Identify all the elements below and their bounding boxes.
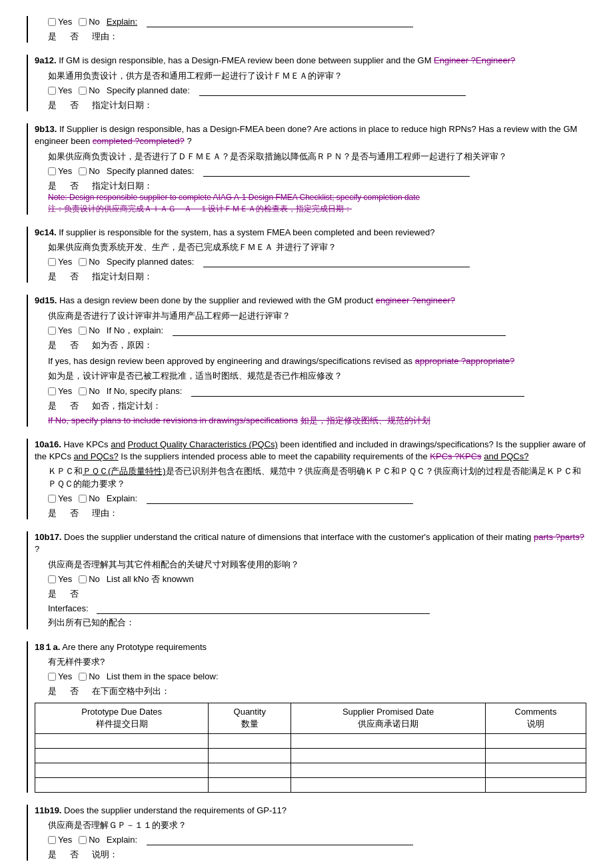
q9c14-yes[interactable]: Yes: [48, 256, 72, 268]
q10a16-explain-field[interactable]: [147, 493, 413, 504]
q10a16-and-pqcs2: and PQCs?: [484, 451, 528, 461]
q10b17-yes[interactable]: Yes: [48, 573, 72, 585]
q9d15-ifno-field[interactable]: [173, 325, 506, 336]
q9b13-specify-label: Specify planned dates:: [107, 165, 195, 177]
q10a16-cn: ＫＰＣ和ＰＱＣ(产品质量特性)是否已识别并包含在图纸、规范中？供应商是否明确ＫＰ…: [48, 465, 586, 489]
q10a16-and1: and: [111, 439, 125, 449]
top-no-checkbox[interactable]: No: [79, 16, 100, 28]
q18a1-question: Are there any Prototype requirements: [62, 642, 207, 652]
q9d15-cn: 供应商是否进行了设计评审并与通用产品工程师一起进行评审？: [48, 310, 586, 322]
prototype-table-header-3-cn: 供应商承诺日期: [358, 719, 418, 729]
q11b19-explain-label: Explain:: [107, 834, 137, 846]
q9b13-yes[interactable]: Yes: [48, 165, 72, 177]
table-row: [35, 777, 586, 792]
q11b19-title: 11b19. Does the supplier understand the …: [35, 805, 586, 817]
q11b19-question: Does the supplier understand the require…: [64, 805, 287, 815]
prototype-table-header-1-cn: 样件提交日期: [96, 719, 148, 729]
q9d15-ifyes-cn: 如为是，设计评审是否已被工程批准，适当时图纸、规范是否已作相应修改？: [48, 370, 586, 382]
q10b17-interfaces-field[interactable]: [97, 603, 430, 614]
q10b17-cn: 供应商是否理解其与其它件相配合的关键尺寸对顾客使用的影响？: [48, 559, 586, 571]
q10b17-list-label: List all kNo 否 knowwn: [107, 573, 194, 585]
top-explain-label: Explain:: [107, 16, 137, 28]
q9c14-no[interactable]: No: [79, 256, 100, 268]
q9b13-cn: 如果供应商负责设计，是否进行了ＤＦＭＥＡ？是否采取措施以降低高ＲＰＮ？是否与通用…: [48, 151, 586, 163]
q10b17-interfaces-row: Interfaces:: [48, 603, 586, 615]
q18a1-list-label: List them in the space below:: [107, 671, 219, 683]
q11b19-explain-field[interactable]: [147, 835, 413, 845]
q9b13-note: Note: Design responsible supplier to com…: [48, 192, 586, 203]
q9b13-no[interactable]: No: [79, 165, 100, 177]
q10b17-interfaces-label: Interfaces:: [48, 603, 89, 615]
q9b13-note-cn: 注：负责设计的供应商完成ＡＩＡＧ Ａ－１设计ＦＭＥＡ的检查表，指定完成日期：: [48, 203, 586, 215]
q9a12-question: If GM is design responsible, has a Desig…: [59, 55, 431, 65]
q9d15-ifno-specify-field[interactable]: [191, 386, 524, 397]
prototype-table-header-4-cn: 说明: [527, 719, 544, 729]
table-row: [35, 748, 586, 763]
q9d15-yes2[interactable]: Yes: [48, 385, 72, 397]
q10b17-no[interactable]: No: [79, 573, 100, 585]
section-9d15: 9d15. Has a design review been done by t…: [27, 295, 586, 427]
top-section: Yes No Explain: 是 否 理由：: [27, 16, 586, 43]
q9a12-no[interactable]: No: [79, 85, 100, 97]
q18a1-no[interactable]: No: [79, 671, 100, 683]
q10a16-title: 10a16. Have KPCs and Product Quality Cha…: [35, 439, 586, 463]
q10a16-q1: Have KPCs: [63, 439, 111, 449]
section-9c14: 9c14. If supplier is responsible for the…: [27, 227, 586, 283]
q9b13-number: 9b13.: [35, 124, 57, 134]
prototype-table-header-1: Prototype Due Dates样件提交日期: [35, 703, 209, 733]
q10b17-title: 10b17. Does the supplier understand the …: [35, 531, 586, 555]
section-11b19: 11b19. Does the supplier understand the …: [27, 805, 586, 861]
q11b19-yes[interactable]: Yes: [48, 834, 72, 846]
section-9a12: 9a12. If GM is design responsible, has a…: [27, 55, 586, 111]
q9d15-no2[interactable]: No: [79, 385, 100, 397]
q11b19-no[interactable]: No: [79, 834, 100, 846]
q9a12-engineer: Engineer ?Engineer?: [434, 55, 515, 65]
prototype-table-header-3: Supplier Promised Date供应商承诺日期: [291, 703, 486, 733]
q9c14-specify-field[interactable]: [203, 257, 470, 267]
q10a16-number: 10a16.: [35, 439, 61, 449]
prototype-table-header-2-cn: 数量: [241, 719, 259, 729]
section-9b13: 9b13. If Supplier is design responsible,…: [27, 123, 586, 215]
top-yes-checkbox[interactable]: Yes: [48, 16, 72, 28]
top-no-input[interactable]: [79, 18, 87, 26]
q10a16-q3: Is the suppliers intended process able t…: [121, 451, 430, 461]
q18a1-yes[interactable]: Yes: [48, 671, 72, 683]
top-explain-field[interactable]: [147, 17, 413, 27]
top-explain-cn: 理由：: [92, 31, 118, 43]
q10a16-yes[interactable]: Yes: [48, 493, 72, 505]
q9a12-cn: 如果通用负责设计，供方是否和通用工程师一起进行了设计ＦＭＥＡ的评审？: [48, 70, 586, 82]
q10a16-and-pqc: and PQCs?: [74, 451, 119, 461]
top-no-cn: 否: [70, 31, 79, 43]
q9b13-title: 9b13. If Supplier is design responsible,…: [35, 123, 586, 147]
section-10a16: 10a16. Have KPCs and Product Quality Cha…: [27, 439, 586, 519]
q9c14-number: 9c14.: [35, 227, 57, 237]
top-yes-cn: 是: [48, 31, 57, 43]
q9b13-specify-field[interactable]: [203, 166, 470, 177]
q9d15-no[interactable]: No: [79, 325, 100, 337]
q9a12-specify-field[interactable]: [199, 85, 466, 96]
q10b17-parts-strike: parts ?parts?: [534, 532, 584, 542]
top-yes-label: Yes: [58, 16, 72, 28]
q9a12-specify-label: Specify planned date:: [107, 85, 190, 97]
q9d15-title: 9d15. Has a design review been done by t…: [35, 295, 586, 307]
q9d15-no-cn2: 否: [70, 400, 79, 412]
q18a1-cn: 有无样件要求?: [48, 656, 586, 668]
q10a16-pqc: Product Quality Characteristics (PQCs): [128, 439, 278, 449]
q9d15-engineer: engineer ?engineer?: [376, 295, 455, 305]
prototype-table: Prototype Due Dates样件提交日期 Quantity数量 Sup…: [35, 703, 586, 792]
q9d15-ifno-specify-label: If No, specify plans:: [107, 385, 182, 397]
prototype-table-header-2: Quantity数量: [209, 703, 291, 733]
q9d15-ifno-label: If No，explain:: [107, 325, 163, 337]
table-row: [35, 763, 586, 777]
prototype-table-header-4: Comments说明: [485, 703, 586, 733]
q18a1-number: 18１a.: [35, 642, 60, 652]
q10a16-no[interactable]: No: [79, 493, 100, 505]
q9a12-yes[interactable]: Yes: [48, 85, 72, 97]
section-18a1: 18１a. Are there any Prototype requiremen…: [27, 641, 586, 793]
top-yes-input[interactable]: [48, 18, 56, 26]
q9d15-ifyes-question: If yes, has design review been approved …: [48, 355, 586, 367]
q9d15-yes[interactable]: Yes: [48, 325, 72, 337]
section-10b17: 10b17. Does the supplier understand the …: [27, 531, 586, 629]
q9c14-title: 9c14. If supplier is responsible for the…: [35, 227, 586, 239]
top-no-label: No: [89, 16, 100, 28]
